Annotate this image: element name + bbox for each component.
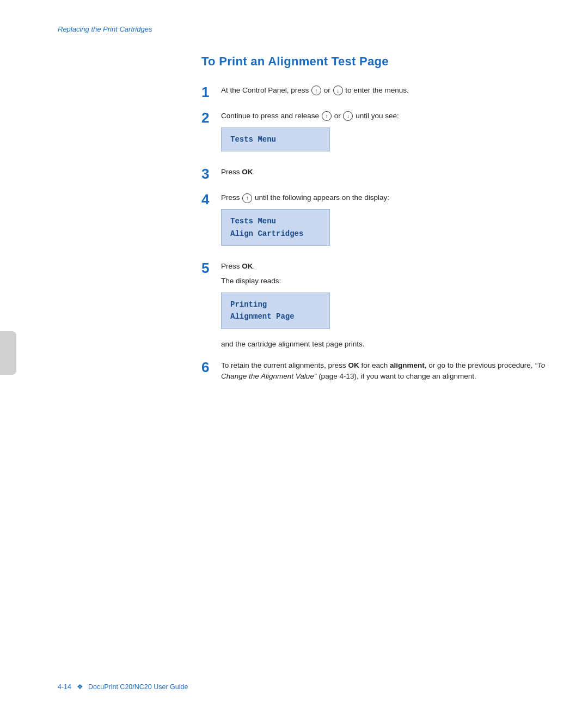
bold-text: OK [242, 262, 253, 270]
step-number: 2 [201, 109, 221, 126]
bold-text: OK [348, 361, 359, 369]
display-box: PrintingAlignment Page [221, 293, 330, 329]
step-number: 4 [201, 191, 221, 208]
circle-button-icon: ↑ [242, 193, 252, 203]
circle-button-icon: ↑ [322, 111, 332, 121]
step-text: To retain the current alignments, press … [221, 360, 550, 383]
step-row: 1At the Control Panel, press ↑ or ↓ to e… [201, 85, 550, 101]
step-after-display: and the cartridge alignment test page pr… [221, 339, 550, 350]
circle-button-icon: ↓ [343, 111, 353, 121]
footer-guide: DocuPrint C20/NC20 User Guide [88, 683, 188, 691]
main-content: To Print an Alignment Test Page 1At the … [201, 54, 550, 392]
step-number: 1 [201, 84, 221, 101]
italic-text: “To Change the Alignment Value” [221, 361, 545, 381]
step-text: Press ↑ until the following appears on t… [221, 192, 550, 204]
step-content: Continue to press and release ↑ or ↓ unt… [221, 111, 550, 157]
step-subtext: The display reads: [221, 276, 550, 287]
bold-text: OK [242, 168, 253, 176]
steps-container: 1At the Control Panel, press ↑ or ↓ to e… [201, 85, 550, 392]
step-row: 3Press OK. [201, 167, 550, 182]
step-text: At the Control Panel, press ↑ or ↓ to en… [221, 85, 550, 96]
side-tab [0, 331, 16, 375]
step-row: 2Continue to press and release ↑ or ↓ un… [201, 111, 550, 157]
footer-diamond: ❖ [77, 683, 83, 691]
page-title: To Print an Alignment Test Page [201, 54, 550, 69]
display-text: Tests MenuAlign Cartridges [230, 215, 321, 240]
circle-button-icon: ↑ [311, 86, 321, 95]
step-content: To retain the current alignments, press … [221, 360, 550, 383]
step-row: 5Press OK.The display reads:PrintingAlig… [201, 261, 550, 350]
step-content: Press ↑ until the following appears on t… [221, 192, 550, 251]
step-text: Press OK. [221, 167, 550, 178]
display-text: PrintingAlignment Page [230, 299, 321, 323]
step-number: 5 [201, 260, 221, 277]
display-text: Tests Menu [230, 133, 321, 145]
display-box: Tests Menu [221, 127, 330, 151]
footer: 4-14 ❖ DocuPrint C20/NC20 User Guide [58, 683, 188, 691]
footer-page: 4-14 [58, 683, 71, 691]
step-text: Continue to press and release ↑ or ↓ unt… [221, 111, 550, 122]
step-content: Press OK.The display reads:PrintingAlign… [221, 261, 550, 350]
step-number: 6 [201, 359, 221, 376]
step-text: Press OK. [221, 261, 550, 272]
circle-button-icon: ↓ [333, 86, 343, 95]
step-content: At the Control Panel, press ↑ or ↓ to en… [221, 85, 550, 96]
step-row: 6To retain the current alignments, press… [201, 360, 550, 383]
step-content: Press OK. [221, 167, 550, 178]
bold-text: alignment [390, 361, 425, 369]
step-number: 3 [201, 166, 221, 182]
display-box: Tests MenuAlign Cartridges [221, 209, 330, 246]
step-row: 4Press ↑ until the following appears on … [201, 192, 550, 251]
breadcrumb: Replacing the Print Cartridges [58, 25, 152, 33]
